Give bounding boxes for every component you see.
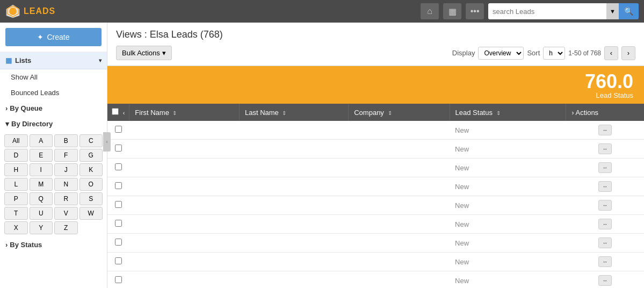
dir-btn-c[interactable]: C — [79, 134, 103, 147]
row-checkbox-2[interactable] — [115, 163, 122, 170]
pagination-next-button[interactable]: › — [621, 46, 635, 60]
row-checkbox-8[interactable] — [115, 276, 122, 283]
dir-btn-p[interactable]: P — [4, 192, 28, 205]
dir-btn-g[interactable]: G — [79, 149, 103, 162]
sidebar-item-bounced-leads[interactable]: Bounced Leads — [0, 85, 107, 100]
bulk-actions-label: Bulk Actions — [122, 49, 160, 57]
row-action-button-1[interactable]: ·· — [598, 143, 612, 154]
dir-btn-t[interactable]: T — [4, 207, 28, 220]
th-lead-status-label: Lead Status — [455, 109, 493, 117]
dir-btn-s[interactable]: S — [79, 192, 103, 205]
th-last-name[interactable]: Last Name ⇕ — [239, 104, 348, 121]
dir-btn-e[interactable]: E — [30, 149, 53, 162]
by-queue-arrow-icon: › — [5, 104, 8, 112]
company-cell — [349, 215, 450, 234]
plus-icon: ✦ — [37, 33, 44, 41]
create-button[interactable]: ✦ Create — [5, 28, 102, 46]
first-name-cell — [129, 121, 240, 140]
dir-btn-o[interactable]: O — [79, 178, 103, 191]
row-action-button-7[interactable]: ·· — [598, 256, 612, 267]
dir-btn-k[interactable]: K — [79, 163, 103, 176]
dir-btn-r[interactable]: R — [54, 192, 78, 205]
company-cell — [349, 271, 450, 289]
table-row: New ·· — [107, 253, 644, 271]
dir-btn-l[interactable]: L — [4, 178, 28, 191]
th-checkbox: ‹ — [107, 104, 129, 121]
search-submit-button[interactable]: 🔍 — [619, 3, 639, 19]
dir-btn-d[interactable]: D — [4, 149, 28, 162]
display-select[interactable]: Overview — [478, 47, 524, 60]
company-cell — [349, 253, 450, 271]
pagination-prev-button[interactable]: ‹ — [604, 46, 618, 60]
dir-btn-b[interactable]: B — [54, 134, 78, 147]
dir-btn-z[interactable]: Z — [54, 221, 78, 234]
dir-btn-h[interactable]: H — [4, 163, 28, 176]
lead-status-cell: New — [450, 140, 566, 159]
row-action-button-5[interactable]: ·· — [598, 219, 612, 229]
lists-section: ▦ Lists ▾ Show All Bounced Leads — [0, 52, 107, 100]
th-lead-status[interactable]: Lead Status ⇕ — [450, 104, 566, 121]
row-action-button-6[interactable]: ·· — [598, 237, 612, 248]
chevron-left-icon: ‹ — [610, 49, 612, 57]
dir-btn-u[interactable]: U — [30, 207, 53, 220]
row-action-button-3[interactable]: ·· — [598, 181, 612, 192]
toolbar-right: Display Overview Sort h 1-50 of 768 ‹ — [452, 46, 635, 60]
row-checkbox-0[interactable] — [115, 126, 122, 133]
sidebar-collapse-handle[interactable]: ‹ — [103, 132, 111, 152]
row-checkbox-3[interactable] — [115, 182, 122, 189]
th-company-label: Company — [354, 109, 384, 117]
th-first-name[interactable]: First Name ⇕ — [129, 104, 240, 121]
row-checkbox-6[interactable] — [115, 239, 122, 246]
th-actions-label: › Actions — [571, 109, 598, 117]
dir-btn-all[interactable]: All — [4, 134, 28, 147]
search-input[interactable] — [488, 3, 606, 19]
row-checkbox-5[interactable] — [115, 220, 122, 227]
chevron-down-icon: ▼ — [610, 8, 616, 15]
row-action-button-0[interactable]: ·· — [598, 125, 612, 135]
dir-btn-n[interactable]: N — [54, 178, 78, 191]
dir-btn-w[interactable]: W — [79, 207, 103, 220]
logo-icon — [5, 4, 20, 19]
more-button[interactable]: ••• — [466, 3, 484, 19]
dir-btn-m[interactable]: M — [30, 178, 53, 191]
by-directory-header[interactable]: ▾ By Directory — [0, 116, 107, 132]
row-action-button-2[interactable]: ·· — [598, 162, 612, 173]
first-name-cell — [129, 140, 240, 159]
row-checkbox-cell — [107, 234, 129, 253]
dir-btn-i[interactable]: I — [30, 163, 53, 176]
search-dropdown-button[interactable]: ▼ — [606, 3, 619, 19]
dir-btn-v[interactable]: V — [54, 207, 78, 220]
lists-header[interactable]: ▦ Lists ▾ — [0, 52, 107, 69]
chart-value: 760.0 — [585, 72, 633, 91]
company-cell — [349, 140, 450, 159]
select-all-checkbox[interactable] — [112, 108, 119, 115]
home-icon: ⌂ — [427, 6, 432, 16]
actions-cell: ·· — [566, 271, 644, 289]
dir-btn-y[interactable]: Y — [30, 221, 53, 234]
dir-btn-x[interactable]: X — [4, 221, 28, 234]
dir-btn-q[interactable]: Q — [30, 192, 53, 205]
home-button[interactable]: ⌂ — [421, 3, 439, 19]
dir-btn-f[interactable]: F — [54, 149, 78, 162]
dir-btn-j[interactable]: J — [54, 163, 78, 176]
row-action-button-4[interactable]: ·· — [598, 200, 612, 211]
row-checkbox-7[interactable] — [115, 257, 122, 264]
sidebar-item-show-all[interactable]: Show All — [0, 69, 107, 85]
chart-button[interactable]: ▦ — [443, 3, 461, 19]
row-checkbox-1[interactable] — [115, 145, 122, 152]
table-row: New ·· — [107, 121, 644, 140]
bulk-actions-button[interactable]: Bulk Actions ▾ — [116, 46, 172, 60]
th-actions: › Actions — [566, 104, 644, 121]
company-sort-icon: ⇕ — [388, 110, 392, 116]
row-checkbox-cell — [107, 253, 129, 271]
th-company[interactable]: Company ⇕ — [349, 104, 450, 121]
by-status-header[interactable]: › By Status — [0, 237, 107, 253]
row-checkbox-4[interactable] — [115, 201, 122, 208]
search-icon: 🔍 — [624, 7, 633, 16]
sort-select[interactable]: h — [543, 47, 565, 60]
dir-btn-a[interactable]: A — [30, 134, 53, 147]
row-action-button-8[interactable]: ·· — [598, 275, 612, 286]
chart-icon: ▦ — [448, 6, 457, 17]
by-queue-header[interactable]: › By Queue — [0, 100, 107, 116]
row-checkbox-cell — [107, 196, 129, 215]
